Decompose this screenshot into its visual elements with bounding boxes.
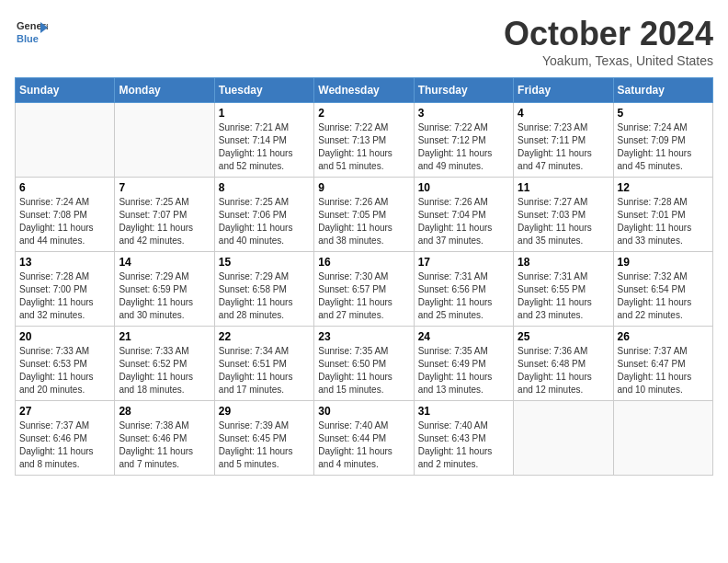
day-number: 3 [418, 107, 509, 120]
cell-content: Sunrise: 7:27 AM Sunset: 7:03 PM Dayligh… [518, 196, 609, 247]
day-number: 6 [19, 181, 110, 194]
day-number: 2 [318, 107, 409, 120]
cell-content: Sunrise: 7:21 AM Sunset: 7:14 PM Dayligh… [219, 121, 310, 173]
calendar-week-row: 6Sunrise: 7:24 AM Sunset: 7:08 PM Daylig… [16, 178, 713, 252]
calendar-cell: 23Sunrise: 7:35 AM Sunset: 6:50 PM Dayli… [314, 327, 414, 401]
calendar-cell: 20Sunrise: 7:33 AM Sunset: 6:53 PM Dayli… [16, 327, 115, 401]
calendar-cell: 14Sunrise: 7:29 AM Sunset: 6:59 PM Dayli… [115, 252, 214, 327]
cell-content: Sunrise: 7:35 AM Sunset: 6:50 PM Dayligh… [318, 345, 409, 396]
calendar-cell: 21Sunrise: 7:33 AM Sunset: 6:52 PM Dayli… [115, 327, 214, 401]
calendar-cell: 25Sunrise: 7:36 AM Sunset: 6:48 PM Dayli… [514, 327, 613, 401]
day-number: 30 [318, 405, 409, 418]
cell-content: Sunrise: 7:40 AM Sunset: 6:44 PM Dayligh… [318, 419, 409, 471]
cell-content: Sunrise: 7:28 AM Sunset: 7:00 PM Dayligh… [19, 270, 110, 322]
cell-content: Sunrise: 7:22 AM Sunset: 7:13 PM Dayligh… [318, 121, 409, 173]
calendar-day-header: Monday [115, 78, 214, 103]
day-number: 5 [618, 107, 709, 120]
logo: General Blue [15, 15, 51, 48]
cell-content: Sunrise: 7:32 AM Sunset: 6:54 PM Dayligh… [618, 270, 709, 322]
calendar-day-header: Wednesday [314, 78, 414, 103]
calendar-cell: 16Sunrise: 7:30 AM Sunset: 6:57 PM Dayli… [314, 252, 414, 327]
cell-content: Sunrise: 7:37 AM Sunset: 6:47 PM Dayligh… [618, 345, 709, 396]
day-number: 14 [119, 256, 210, 269]
calendar-cell: 3Sunrise: 7:22 AM Sunset: 7:12 PM Daylig… [414, 103, 513, 178]
calendar-cell: 10Sunrise: 7:26 AM Sunset: 7:04 PM Dayli… [414, 178, 513, 252]
day-number: 8 [219, 181, 310, 194]
day-number: 27 [19, 405, 110, 418]
calendar-cell: 6Sunrise: 7:24 AM Sunset: 7:08 PM Daylig… [16, 178, 115, 252]
cell-content: Sunrise: 7:33 AM Sunset: 6:53 PM Dayligh… [19, 345, 110, 396]
day-number: 25 [518, 330, 609, 343]
calendar-day-header: Saturday [613, 78, 712, 103]
calendar-cell: 5Sunrise: 7:24 AM Sunset: 7:09 PM Daylig… [613, 103, 712, 178]
cell-content: Sunrise: 7:40 AM Sunset: 6:43 PM Dayligh… [418, 419, 509, 471]
cell-content: Sunrise: 7:38 AM Sunset: 6:46 PM Dayligh… [119, 419, 210, 471]
day-number: 28 [119, 405, 210, 418]
page-header: General Blue October 2024 Yoakum, Texas,… [15, 15, 713, 68]
calendar-cell: 4Sunrise: 7:23 AM Sunset: 7:11 PM Daylig… [514, 103, 613, 178]
day-number: 22 [219, 330, 310, 343]
day-number: 21 [119, 330, 210, 343]
location: Yoakum, Texas, United States [504, 53, 713, 68]
calendar-cell: 9Sunrise: 7:26 AM Sunset: 7:05 PM Daylig… [314, 178, 414, 252]
calendar-cell: 8Sunrise: 7:25 AM Sunset: 7:06 PM Daylig… [214, 178, 313, 252]
calendar-week-row: 1Sunrise: 7:21 AM Sunset: 7:14 PM Daylig… [16, 103, 713, 178]
calendar-cell [16, 103, 115, 178]
day-number: 13 [19, 256, 110, 269]
cell-content: Sunrise: 7:31 AM Sunset: 6:56 PM Dayligh… [418, 270, 509, 322]
calendar-cell: 29Sunrise: 7:39 AM Sunset: 6:45 PM Dayli… [214, 401, 313, 476]
cell-content: Sunrise: 7:24 AM Sunset: 7:08 PM Dayligh… [19, 196, 110, 247]
cell-content: Sunrise: 7:23 AM Sunset: 7:11 PM Dayligh… [518, 121, 609, 173]
calendar-cell: 31Sunrise: 7:40 AM Sunset: 6:43 PM Dayli… [414, 401, 513, 476]
calendar-cell: 28Sunrise: 7:38 AM Sunset: 6:46 PM Dayli… [115, 401, 214, 476]
day-number: 9 [318, 181, 409, 194]
day-number: 20 [19, 330, 110, 343]
cell-content: Sunrise: 7:22 AM Sunset: 7:12 PM Dayligh… [418, 121, 509, 173]
month-title: October 2024 [504, 15, 713, 53]
day-number: 19 [618, 256, 709, 269]
day-number: 26 [618, 330, 709, 343]
calendar-week-row: 13Sunrise: 7:28 AM Sunset: 7:00 PM Dayli… [16, 252, 713, 327]
calendar-cell: 26Sunrise: 7:37 AM Sunset: 6:47 PM Dayli… [613, 327, 712, 401]
day-number: 24 [418, 330, 509, 343]
cell-content: Sunrise: 7:39 AM Sunset: 6:45 PM Dayligh… [219, 419, 310, 471]
day-number: 12 [618, 181, 709, 194]
calendar-day-header: Sunday [16, 78, 115, 103]
calendar-cell: 15Sunrise: 7:29 AM Sunset: 6:58 PM Dayli… [214, 252, 313, 327]
day-number: 1 [219, 107, 310, 120]
calendar-cell: 19Sunrise: 7:32 AM Sunset: 6:54 PM Dayli… [613, 252, 712, 327]
calendar-day-header: Friday [514, 78, 613, 103]
calendar-cell: 2Sunrise: 7:22 AM Sunset: 7:13 PM Daylig… [314, 103, 414, 178]
calendar-cell [514, 401, 613, 476]
day-number: 29 [219, 405, 310, 418]
day-number: 11 [518, 181, 609, 194]
logo-icon: General Blue [15, 15, 48, 48]
calendar-cell: 7Sunrise: 7:25 AM Sunset: 7:07 PM Daylig… [115, 178, 214, 252]
day-number: 23 [318, 330, 409, 343]
calendar-day-header: Thursday [414, 78, 513, 103]
calendar-cell: 11Sunrise: 7:27 AM Sunset: 7:03 PM Dayli… [514, 178, 613, 252]
cell-content: Sunrise: 7:36 AM Sunset: 6:48 PM Dayligh… [518, 345, 609, 396]
cell-content: Sunrise: 7:31 AM Sunset: 6:55 PM Dayligh… [518, 270, 609, 322]
calendar-cell: 13Sunrise: 7:28 AM Sunset: 7:00 PM Dayli… [16, 252, 115, 327]
cell-content: Sunrise: 7:35 AM Sunset: 6:49 PM Dayligh… [418, 345, 509, 396]
day-number: 15 [219, 256, 310, 269]
svg-text:Blue: Blue [17, 33, 39, 44]
calendar-cell: 12Sunrise: 7:28 AM Sunset: 7:01 PM Dayli… [613, 178, 712, 252]
day-number: 7 [119, 181, 210, 194]
cell-content: Sunrise: 7:25 AM Sunset: 7:06 PM Dayligh… [219, 196, 310, 247]
calendar-day-header: Tuesday [214, 78, 313, 103]
title-block: October 2024 Yoakum, Texas, United State… [504, 15, 713, 68]
cell-content: Sunrise: 7:33 AM Sunset: 6:52 PM Dayligh… [119, 345, 210, 396]
calendar-cell: 27Sunrise: 7:37 AM Sunset: 6:46 PM Dayli… [16, 401, 115, 476]
calendar-cell: 1Sunrise: 7:21 AM Sunset: 7:14 PM Daylig… [214, 103, 313, 178]
day-number: 31 [418, 405, 509, 418]
cell-content: Sunrise: 7:24 AM Sunset: 7:09 PM Dayligh… [618, 121, 709, 173]
day-number: 17 [418, 256, 509, 269]
cell-content: Sunrise: 7:34 AM Sunset: 6:51 PM Dayligh… [219, 345, 310, 396]
cell-content: Sunrise: 7:29 AM Sunset: 6:58 PM Dayligh… [219, 270, 310, 322]
calendar-cell [613, 401, 712, 476]
cell-content: Sunrise: 7:25 AM Sunset: 7:07 PM Dayligh… [119, 196, 210, 247]
cell-content: Sunrise: 7:26 AM Sunset: 7:05 PM Dayligh… [318, 196, 409, 247]
calendar-header-row: SundayMondayTuesdayWednesdayThursdayFrid… [16, 78, 713, 103]
